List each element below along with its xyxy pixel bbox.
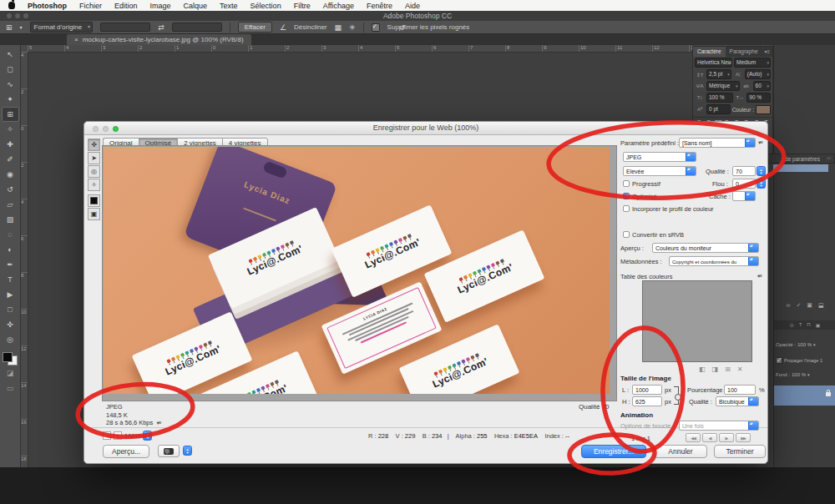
kerning-select[interactable]: Métrique xyxy=(706,81,740,91)
font-style-select[interactable]: Medium xyxy=(734,58,771,68)
hand-tool[interactable]: ✜ xyxy=(2,317,19,332)
delete-cropped-pixels-checkbox[interactable] xyxy=(372,23,380,32)
layer-filter-icon[interactable]: Π xyxy=(807,322,810,328)
panel-menu-icon[interactable]: ▾≡ xyxy=(827,155,831,162)
layer-fill-value[interactable]: 100 % xyxy=(792,372,806,377)
download-speed-menu-icon[interactable]: ▾≡ xyxy=(156,420,160,426)
frame-nav-button[interactable]: ◀◀ xyxy=(686,433,701,442)
percent-input[interactable]: 100 xyxy=(724,385,756,395)
preview-select[interactable]: Couleurs du moniteur xyxy=(652,243,759,253)
compression-select[interactable]: Elevée xyxy=(623,166,696,176)
blur-stepper[interactable] xyxy=(757,179,766,189)
font-size-select[interactable]: 2,5 pt xyxy=(706,69,731,79)
save-button[interactable]: Enregistrer... xyxy=(581,445,646,458)
panel-menu-icon[interactable]: ▾≡ xyxy=(762,47,773,57)
presets-selected-row[interactable] xyxy=(773,164,828,172)
eraser-tool[interactable]: ▱ xyxy=(2,197,19,212)
zoom-tool[interactable]: ◎ xyxy=(2,332,19,347)
quick-mask-icon[interactable]: ◪ xyxy=(2,365,19,381)
color-table-action-icon[interactable]: ◨ xyxy=(712,365,719,373)
menu-item[interactable]: Affichage xyxy=(323,2,354,10)
zoom-level-stepper[interactable] xyxy=(143,431,152,441)
leading-select[interactable]: (Auto) xyxy=(745,69,771,79)
menu-item[interactable]: Photoshop xyxy=(28,2,67,10)
quality-stepper[interactable] xyxy=(757,166,766,176)
metadata-select[interactable]: Copyright et coordonnées du contact xyxy=(669,256,759,266)
preview-in-browser-button[interactable]: Aperçu... xyxy=(103,445,149,458)
lasso-tool[interactable]: ∿ xyxy=(2,77,19,92)
crop-height-input[interactable] xyxy=(172,23,222,32)
path-selection-tool[interactable]: ▶ xyxy=(2,287,19,302)
tracking-select[interactable]: 60 xyxy=(753,81,771,91)
menu-item[interactable]: Fichier xyxy=(79,2,102,10)
width-input[interactable]: 1000 xyxy=(632,385,662,395)
menu-item[interactable]: Filtre xyxy=(294,2,311,10)
horizontal-scale-value[interactable]: 90 % xyxy=(746,93,771,103)
menu-item[interactable]: Texte xyxy=(220,2,238,10)
crop-ratio-select[interactable]: Format d'origine xyxy=(30,22,94,33)
dodge-tool[interactable]: ◐ xyxy=(2,242,19,257)
menu-item[interactable]: Sélection xyxy=(250,2,281,10)
slice-select-tool[interactable]: ➤ xyxy=(88,152,100,164)
tool-preset-chevron-icon[interactable]: ▾ xyxy=(20,24,23,30)
marquee-tool[interactable]: ◻ xyxy=(2,62,19,77)
color-swatches[interactable] xyxy=(3,352,18,365)
blur-value[interactable]: 0 xyxy=(732,179,756,189)
hand-tool[interactable]: ✜ xyxy=(88,139,100,151)
browser-preview-icon[interactable] xyxy=(158,445,180,457)
color-table-action-icon[interactable]: ⊞ xyxy=(725,365,731,373)
pen-tool[interactable]: ✒ xyxy=(2,257,19,272)
type-tool[interactable]: T xyxy=(2,272,19,287)
cancel-button[interactable]: Annuler xyxy=(654,445,707,458)
propagate-frame-checkbox[interactable] xyxy=(776,357,782,364)
swap-dimensions-icon[interactable]: ⇄ xyxy=(158,23,164,32)
apple-menu-icon[interactable] xyxy=(8,2,15,9)
resample-select[interactable]: Bicubique xyxy=(716,396,759,406)
optimized-checkbox[interactable] xyxy=(623,193,630,199)
zoom-out-icon[interactable]: − xyxy=(103,431,111,440)
straighten-label[interactable]: Désincliner xyxy=(294,23,327,31)
layers-header-icon[interactable]: ▣ xyxy=(807,302,812,309)
layer-filter-icon[interactable]: ▣ xyxy=(816,322,821,328)
blur-tool[interactable]: ◌ xyxy=(2,227,19,242)
layers-header-icon[interactable]: ⬓ xyxy=(818,302,824,309)
eyedropper-tool[interactable]: ✧ xyxy=(88,179,100,191)
close-tab-icon[interactable]: × xyxy=(74,36,78,43)
preset-select[interactable]: [Sans nom] xyxy=(679,138,756,148)
format-select[interactable]: JPEG xyxy=(623,152,696,162)
browser-select-stepper[interactable] xyxy=(183,446,192,456)
color-table-menu-icon[interactable]: ▾≡ xyxy=(757,273,762,280)
clone-stamp-tool[interactable]: ◉ xyxy=(2,167,19,182)
zoom-level[interactable]: 100% xyxy=(124,432,140,440)
preview-area[interactable]: Lycia Diaz Lyci@.Com' Lyci@.Com' Lyci@.C… xyxy=(102,145,617,401)
optimize-menu-icon[interactable]: ▾≡ xyxy=(758,139,762,146)
font-family-select[interactable]: Helvetica Neue xyxy=(695,58,732,68)
overlay-grid-icon[interactable]: ▦ xyxy=(335,23,342,32)
shape-tool[interactable]: □ xyxy=(2,302,19,317)
healing-brush-tool[interactable]: ✚ xyxy=(2,137,19,152)
frame-nav-button[interactable]: ◀ xyxy=(702,433,717,442)
document-tab[interactable]: × mockup-cartes-visite-lyciarobase.jpg @… xyxy=(67,34,251,45)
text-color-swatch[interactable] xyxy=(756,105,771,114)
eyedropper-color-swatch[interactable] xyxy=(88,194,100,207)
frame-nav-button[interactable]: ▶ xyxy=(719,433,734,442)
matte-select[interactable] xyxy=(732,191,756,201)
menu-item[interactable]: Calque xyxy=(184,2,208,10)
eyedropper-tool[interactable]: ✧ xyxy=(2,122,19,137)
done-button[interactable]: Terminer xyxy=(714,445,766,458)
menu-item[interactable]: Aide xyxy=(405,2,420,10)
reset-icon[interactable]: ↺ xyxy=(399,23,406,32)
zoom-tool[interactable]: ◎ xyxy=(88,165,100,178)
zoom-in-icon[interactable]: + xyxy=(114,431,122,440)
crop-settings-gear-icon[interactable]: ✳ xyxy=(349,23,356,32)
crop-tool[interactable]: ⊞ xyxy=(2,107,19,122)
link-dimensions-icon[interactable] xyxy=(674,386,679,405)
progressive-checkbox[interactable] xyxy=(623,180,630,187)
quality-value[interactable]: 70 xyxy=(732,166,756,176)
quick-selection-tool[interactable]: ✦ xyxy=(2,92,19,107)
baseline-value[interactable]: 0 pt xyxy=(706,104,731,114)
clear-button[interactable]: Effacer xyxy=(238,22,272,33)
crop-width-input[interactable] xyxy=(100,23,150,32)
layer-filter-icon[interactable]: T xyxy=(799,322,802,328)
layer-opacity-value[interactable]: 100 % xyxy=(797,342,812,347)
